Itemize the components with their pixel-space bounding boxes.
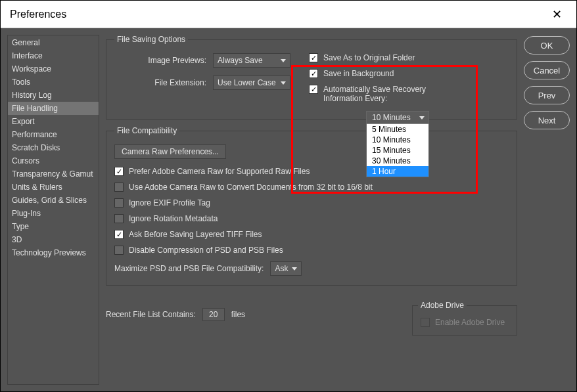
preferences-window: Preferences ✕ GeneralInterfaceWorkspaceT…	[0, 0, 577, 392]
close-icon[interactable]: ✕	[547, 5, 567, 24]
sidebar-item-history-log[interactable]: History Log	[8, 89, 99, 102]
sidebar-item-units-rulers[interactable]: Units & Rulers	[8, 181, 99, 194]
recent-files-unit: files	[231, 310, 245, 319]
window-title: Preferences	[10, 9, 547, 20]
dialog-buttons: OK Cancel Prev Next	[524, 35, 570, 385]
cancel-button[interactable]: Cancel	[524, 61, 570, 79]
file-compatibility: File Compatibility Camera Raw Preference…	[106, 126, 517, 286]
sidebar-item-technology-previews[interactable]: Technology Previews	[8, 246, 99, 259]
enable-adobe-drive-label: Enable Adobe Drive	[435, 318, 505, 327]
sidebar-item-transparency-gamut[interactable]: Transparency & Gamut	[8, 167, 99, 181]
file-compat-legend: File Compatibility	[114, 126, 179, 135]
file-saving-legend: File Saving Options	[114, 35, 188, 44]
sidebar-item-cursors[interactable]: Cursors	[8, 154, 99, 167]
disable-psd-checkbox[interactable]: ✓	[114, 246, 124, 255]
camera-raw-prefs-button[interactable]: Camera Raw Preferences...	[114, 144, 226, 159]
sidebar-item-guides-grid-slices[interactable]: Guides, Grid & Slices	[8, 194, 99, 207]
file-saving-options: File Saving Options Image Previews: Alwa…	[106, 35, 517, 120]
interval-option[interactable]: 5 Minutes	[367, 124, 428, 135]
save-as-original-checkbox[interactable]: ✓	[309, 53, 318, 62]
auto-save-label: Automatically Save Recovery Information …	[323, 85, 448, 103]
save-background-label: Save in Background	[323, 69, 394, 78]
recent-files-input[interactable]	[202, 308, 225, 321]
next-button[interactable]: Next	[524, 111, 570, 129]
image-previews-select[interactable]: Always Save	[213, 53, 290, 68]
save-as-original-label: Save As to Original Folder	[323, 53, 415, 62]
category-sidebar: GeneralInterfaceWorkspaceToolsHistory Lo…	[7, 35, 99, 385]
ignore-rotation-checkbox[interactable]: ✓	[114, 214, 124, 223]
maximize-compat-label: Maximize PSD and PSB File Compatibility:	[114, 264, 264, 273]
sidebar-item-3d[interactable]: 3D	[8, 233, 99, 246]
enable-adobe-drive-checkbox: ✓	[421, 318, 430, 327]
interval-option[interactable]: 1 Hour	[367, 166, 428, 177]
adobe-drive-group: Adobe Drive ✓ Enable Adobe Drive	[412, 305, 517, 336]
interval-selected[interactable]: 10 Minutes	[367, 112, 428, 124]
prefer-raw-checkbox[interactable]: ✓	[114, 167, 124, 176]
use-raw-convert-checkbox[interactable]: ✓	[114, 183, 124, 192]
ignore-exif-checkbox[interactable]: ✓	[114, 198, 124, 207]
recent-files-label: Recent File List Contains:	[106, 310, 196, 319]
auto-save-checkbox[interactable]: ✓	[309, 85, 318, 94]
sidebar-item-performance[interactable]: Performance	[8, 128, 99, 141]
auto-save-interval-dropdown[interactable]: 10 Minutes 5 Minutes10 Minutes15 Minutes…	[366, 111, 429, 177]
interval-option[interactable]: 10 Minutes	[367, 135, 428, 145]
maximize-compat-select[interactable]: Ask	[270, 261, 302, 276]
sidebar-item-export[interactable]: Export	[8, 115, 99, 128]
interval-option[interactable]: 15 Minutes	[367, 145, 428, 156]
sidebar-item-workspace[interactable]: Workspace	[8, 62, 99, 76]
sidebar-item-tools[interactable]: Tools	[8, 76, 99, 89]
ask-tiff-checkbox[interactable]: ✓	[114, 230, 124, 239]
file-extension-select[interactable]: Use Lower Case	[213, 76, 290, 90]
interval-option[interactable]: 30 Minutes	[367, 156, 428, 166]
image-previews-label: Image Previews:	[114, 56, 206, 65]
file-extension-label: File Extension:	[114, 78, 206, 87]
prev-button[interactable]: Prev	[524, 86, 570, 104]
main-panel: File Saving Options Image Previews: Alwa…	[106, 35, 517, 385]
sidebar-item-file-handling[interactable]: File Handling	[8, 102, 99, 115]
titlebar: Preferences ✕	[1, 1, 576, 28]
sidebar-item-type[interactable]: Type	[8, 220, 99, 233]
ok-button[interactable]: OK	[524, 36, 570, 54]
sidebar-item-plug-ins[interactable]: Plug-Ins	[8, 207, 99, 220]
save-background-checkbox[interactable]: ✓	[309, 69, 318, 78]
sidebar-item-general[interactable]: General	[8, 36, 99, 49]
sidebar-item-interface[interactable]: Interface	[8, 49, 99, 62]
sidebar-item-scratch-disks[interactable]: Scratch Disks	[8, 141, 99, 154]
adobe-drive-legend: Adobe Drive	[418, 301, 467, 310]
